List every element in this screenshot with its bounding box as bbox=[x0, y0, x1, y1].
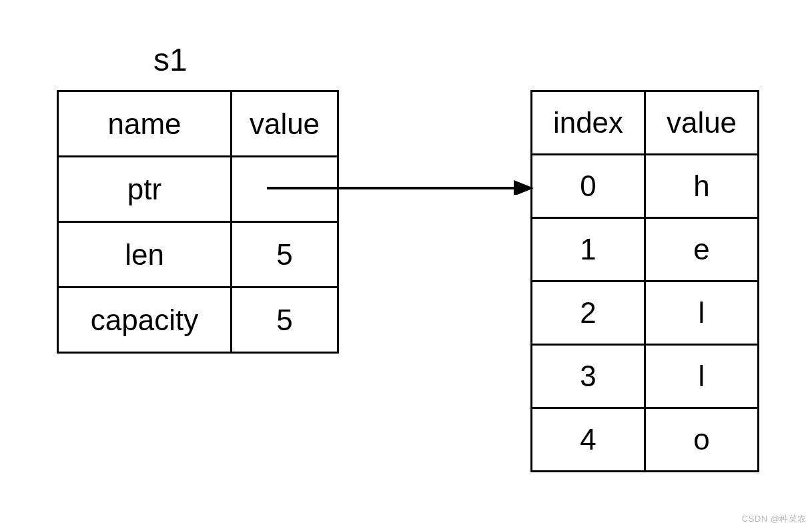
s1-cell-value: 5 bbox=[232, 288, 338, 353]
heap-cell-value: l bbox=[645, 345, 759, 408]
s1-cell-value bbox=[232, 157, 338, 222]
heap-cell-index: 1 bbox=[532, 218, 645, 282]
heap-cell-value: l bbox=[645, 282, 759, 345]
table-row: 4 o bbox=[532, 408, 759, 472]
s1-header-value: value bbox=[232, 91, 338, 157]
s1-cell-name: len bbox=[58, 222, 232, 288]
s1-title: s1 bbox=[153, 41, 187, 78]
s1-cell-name: ptr bbox=[58, 157, 232, 222]
table-row: 1 e bbox=[532, 218, 759, 282]
table-row: capacity 5 bbox=[58, 288, 338, 353]
heap-cell-index: 4 bbox=[532, 408, 645, 472]
s1-struct-table: name value ptr len 5 capacity 5 bbox=[57, 90, 339, 354]
heap-cell-value: e bbox=[645, 218, 759, 282]
heap-cell-index: 2 bbox=[532, 282, 645, 345]
heap-cell-index: 3 bbox=[532, 345, 645, 408]
table-row: ptr bbox=[58, 157, 338, 222]
table-row: 3 l bbox=[532, 345, 759, 408]
table-row: name value bbox=[58, 91, 338, 157]
watermark-text: CSDN @种菜农 bbox=[742, 513, 807, 525]
s1-cell-value: 5 bbox=[232, 222, 338, 288]
heap-data-table: index value 0 h 1 e 2 l 3 l 4 o bbox=[530, 90, 759, 472]
table-row: 0 h bbox=[532, 155, 759, 218]
table-row: index value bbox=[532, 91, 759, 155]
s1-header-name: name bbox=[58, 91, 232, 157]
heap-header-value: value bbox=[645, 91, 759, 155]
heap-cell-index: 0 bbox=[532, 155, 645, 218]
heap-header-index: index bbox=[532, 91, 645, 155]
memory-diagram: s1 name value ptr len 5 capacity 5 index… bbox=[0, 0, 812, 529]
table-row: 2 l bbox=[532, 282, 759, 345]
heap-cell-value: h bbox=[645, 155, 759, 218]
s1-cell-name: capacity bbox=[58, 288, 232, 353]
heap-cell-value: o bbox=[645, 408, 759, 472]
table-row: len 5 bbox=[58, 222, 338, 288]
